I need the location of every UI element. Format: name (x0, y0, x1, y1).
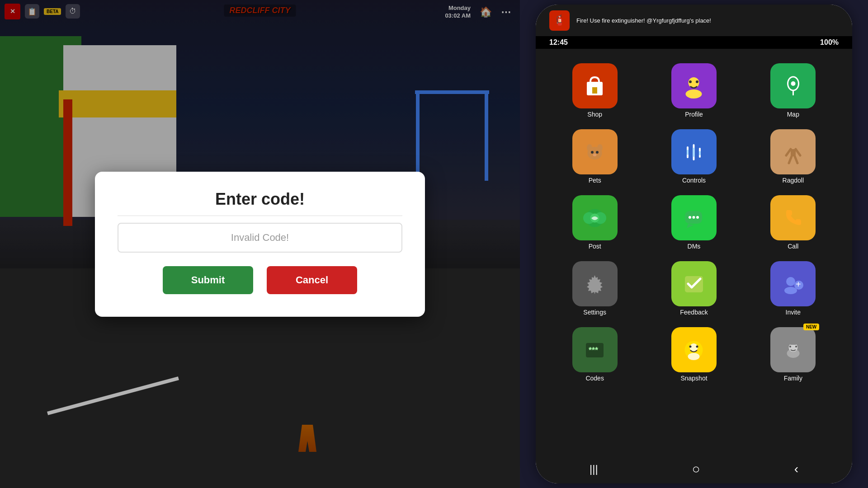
app-icon-shop (572, 63, 618, 108)
phone-panel: 🧯 Fire! Use fire extinguisher! @Yrgfurgf… (520, 0, 868, 488)
app-icon-profile (671, 63, 717, 108)
app-item-snapshot[interactable]: Snapshot (646, 319, 741, 382)
svg-point-20 (789, 141, 797, 149)
app-label-feedback: Feedback (680, 309, 708, 316)
app-label-controls: Controls (682, 177, 706, 184)
app-label-post: Post (589, 243, 601, 250)
app-label-codes: Codes (585, 375, 604, 382)
svg-rect-19 (699, 151, 701, 155)
svg-point-46 (696, 345, 698, 347)
app-item-invite[interactable]: +Invite (745, 253, 841, 316)
phone-menu-btn[interactable]: ||| (590, 463, 598, 475)
phone-battery: 100% (820, 38, 839, 47)
app-icon-invite: + (770, 261, 816, 306)
app-icon-family: NEW (770, 327, 816, 372)
app-item-post[interactable]: Post (547, 188, 642, 250)
app-icon-call (770, 195, 816, 240)
app-grid: ShopProfileMapPetsControlsRagdollPostDMs… (536, 49, 852, 455)
app-item-settings[interactable]: Settings (547, 253, 642, 316)
svg-point-12 (596, 151, 599, 154)
app-icon-codes: *** (572, 327, 618, 372)
phone-home-btn[interactable]: ○ (692, 461, 700, 477)
svg-point-49 (789, 346, 791, 347)
svg-point-13 (593, 154, 597, 156)
app-label-profile: Profile (685, 111, 703, 118)
app-item-family[interactable]: NEWFamily (745, 319, 841, 382)
notification-bar: 🧯 Fire! Use fire extinguisher! @Yrgfurgf… (536, 5, 852, 36)
svg-point-3 (686, 89, 702, 99)
app-icon-feedback (671, 261, 717, 306)
svg-point-50 (795, 346, 797, 347)
svg-point-9 (587, 144, 592, 151)
notification-text: Fire! Use fire extinguisher! @Yrgfurgfjd… (576, 17, 839, 24)
submit-button[interactable]: Submit (163, 266, 253, 294)
app-icon-settings (572, 261, 618, 306)
app-badge-family: NEW (803, 324, 819, 330)
app-item-feedback[interactable]: Feedback (646, 253, 741, 316)
app-label-snapshot: Snapshot (680, 375, 707, 382)
svg-point-36 (786, 277, 795, 286)
app-label-ragdoll: Ragdoll (783, 177, 804, 184)
modal-buttons: Submit Cancel (118, 266, 402, 294)
cancel-button[interactable]: Cancel (267, 266, 357, 294)
svg-line-24 (789, 156, 792, 163)
notification-icon: 🧯 (549, 10, 570, 31)
app-label-settings: Settings (583, 309, 606, 316)
svg-point-37 (784, 287, 797, 294)
svg-line-22 (786, 149, 791, 155)
phone-device: 🧯 Fire! Use fire extinguisher! @Yrgfurgf… (536, 5, 852, 483)
app-icon-dms (671, 195, 717, 240)
app-icon-snapshot (671, 327, 717, 372)
code-entry-modal: Enter code! Submit Cancel (95, 172, 425, 317)
modal-divider (118, 216, 402, 216)
svg-rect-51 (790, 341, 797, 345)
app-item-pets[interactable]: Pets (547, 122, 642, 184)
svg-rect-1 (592, 87, 597, 94)
svg-point-45 (689, 345, 692, 347)
app-item-profile[interactable]: Profile (646, 56, 741, 118)
app-item-map[interactable]: Map (745, 56, 841, 118)
app-label-invite: Invite (786, 309, 801, 316)
app-icon-controls (671, 129, 717, 174)
app-item-ragdoll[interactable]: Ragdoll (745, 122, 841, 184)
app-icon-post (572, 195, 618, 240)
svg-point-11 (591, 151, 594, 154)
svg-point-7 (791, 81, 795, 86)
app-label-map: Map (787, 111, 799, 118)
phone-time: 12:45 (549, 38, 568, 47)
svg-point-10 (597, 144, 603, 151)
app-icon-pets (572, 129, 618, 174)
app-icon-map (770, 63, 816, 108)
phone-screen: 🧯 Fire! Use fire extinguisher! @Yrgfurgf… (536, 5, 852, 483)
svg-point-44 (688, 353, 700, 360)
app-label-call: Call (788, 243, 798, 250)
code-input[interactable] (118, 223, 402, 253)
app-item-controls[interactable]: Controls (646, 122, 741, 184)
svg-point-4 (689, 80, 692, 83)
phone-back-btn[interactable]: ‹ (794, 462, 798, 476)
app-label-pets: Pets (589, 177, 601, 184)
phone-bottom-nav: ||| ○ ‹ (536, 455, 852, 483)
app-label-dms: DMs (688, 243, 701, 250)
app-label-family: Family (784, 375, 802, 382)
svg-rect-17 (693, 148, 695, 157)
app-item-codes[interactable]: ***Codes (547, 319, 642, 382)
svg-line-25 (795, 156, 797, 163)
modal-overlay: Enter code! Submit Cancel (0, 0, 520, 488)
svg-rect-15 (687, 150, 689, 155)
svg-text:***: *** (589, 346, 598, 355)
status-bar: 12:45 100% (536, 36, 852, 49)
app-icon-ragdoll (770, 129, 816, 174)
svg-line-23 (796, 149, 800, 155)
svg-text:+: + (796, 279, 801, 289)
svg-point-32 (693, 216, 695, 219)
svg-point-31 (689, 216, 691, 219)
app-item-dms[interactable]: DMs (646, 188, 741, 250)
svg-point-5 (696, 80, 698, 83)
modal-title: Enter code! (215, 190, 305, 209)
app-item-call[interactable]: Call (745, 188, 841, 250)
app-item-shop[interactable]: Shop (547, 56, 642, 118)
app-label-shop: Shop (587, 111, 602, 118)
svg-point-33 (696, 216, 699, 219)
